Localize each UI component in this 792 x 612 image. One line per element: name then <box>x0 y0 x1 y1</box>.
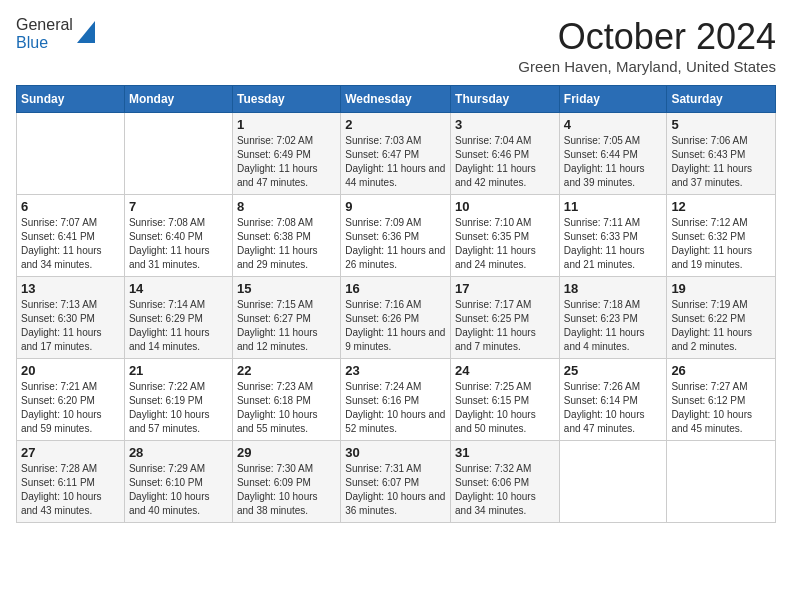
day-number: 20 <box>21 363 120 378</box>
day-number: 19 <box>671 281 771 296</box>
day-number: 23 <box>345 363 446 378</box>
day-number: 16 <box>345 281 446 296</box>
day-number: 28 <box>129 445 228 460</box>
logo: General Blue <box>16 16 95 52</box>
calendar-week-row: 20 Sunrise: 7:21 AMSunset: 6:20 PMDaylig… <box>17 359 776 441</box>
day-detail: Sunrise: 7:02 AMSunset: 6:49 PMDaylight:… <box>237 135 318 188</box>
day-number: 4 <box>564 117 663 132</box>
title-block: October 2024 Green Haven, Maryland, Unit… <box>518 16 776 75</box>
day-detail: Sunrise: 7:15 AMSunset: 6:27 PMDaylight:… <box>237 299 318 352</box>
weekday-header-saturday: Saturday <box>667 86 776 113</box>
day-number: 11 <box>564 199 663 214</box>
calendar-cell: 25 Sunrise: 7:26 AMSunset: 6:14 PMDaylig… <box>559 359 667 441</box>
day-number: 14 <box>129 281 228 296</box>
calendar-cell: 5 Sunrise: 7:06 AMSunset: 6:43 PMDayligh… <box>667 113 776 195</box>
day-number: 3 <box>455 117 555 132</box>
day-number: 27 <box>21 445 120 460</box>
calendar-week-row: 6 Sunrise: 7:07 AMSunset: 6:41 PMDayligh… <box>17 195 776 277</box>
calendar-cell: 24 Sunrise: 7:25 AMSunset: 6:15 PMDaylig… <box>451 359 560 441</box>
weekday-header-monday: Monday <box>124 86 232 113</box>
day-detail: Sunrise: 7:12 AMSunset: 6:32 PMDaylight:… <box>671 217 752 270</box>
weekday-header-sunday: Sunday <box>17 86 125 113</box>
day-number: 7 <box>129 199 228 214</box>
calendar-cell: 29 Sunrise: 7:30 AMSunset: 6:09 PMDaylig… <box>232 441 340 523</box>
calendar-cell: 22 Sunrise: 7:23 AMSunset: 6:18 PMDaylig… <box>232 359 340 441</box>
calendar-cell: 8 Sunrise: 7:08 AMSunset: 6:38 PMDayligh… <box>232 195 340 277</box>
calendar-cell: 19 Sunrise: 7:19 AMSunset: 6:22 PMDaylig… <box>667 277 776 359</box>
day-detail: Sunrise: 7:18 AMSunset: 6:23 PMDaylight:… <box>564 299 645 352</box>
calendar-cell: 21 Sunrise: 7:22 AMSunset: 6:19 PMDaylig… <box>124 359 232 441</box>
day-detail: Sunrise: 7:32 AMSunset: 6:06 PMDaylight:… <box>455 463 536 516</box>
day-number: 6 <box>21 199 120 214</box>
logo-general: General <box>16 16 73 33</box>
calendar-cell: 14 Sunrise: 7:14 AMSunset: 6:29 PMDaylig… <box>124 277 232 359</box>
weekday-header-tuesday: Tuesday <box>232 86 340 113</box>
day-detail: Sunrise: 7:03 AMSunset: 6:47 PMDaylight:… <box>345 135 445 188</box>
calendar-cell: 6 Sunrise: 7:07 AMSunset: 6:41 PMDayligh… <box>17 195 125 277</box>
calendar-cell: 20 Sunrise: 7:21 AMSunset: 6:20 PMDaylig… <box>17 359 125 441</box>
day-number: 18 <box>564 281 663 296</box>
day-detail: Sunrise: 7:24 AMSunset: 6:16 PMDaylight:… <box>345 381 445 434</box>
calendar-week-row: 27 Sunrise: 7:28 AMSunset: 6:11 PMDaylig… <box>17 441 776 523</box>
day-detail: Sunrise: 7:17 AMSunset: 6:25 PMDaylight:… <box>455 299 536 352</box>
page-header: General Blue October 2024 Green Haven, M… <box>16 16 776 75</box>
day-detail: Sunrise: 7:26 AMSunset: 6:14 PMDaylight:… <box>564 381 645 434</box>
day-detail: Sunrise: 7:13 AMSunset: 6:30 PMDaylight:… <box>21 299 102 352</box>
calendar-cell: 1 Sunrise: 7:02 AMSunset: 6:49 PMDayligh… <box>232 113 340 195</box>
logo-blue: Blue <box>16 34 48 51</box>
calendar-cell: 18 Sunrise: 7:18 AMSunset: 6:23 PMDaylig… <box>559 277 667 359</box>
calendar-cell <box>667 441 776 523</box>
day-detail: Sunrise: 7:04 AMSunset: 6:46 PMDaylight:… <box>455 135 536 188</box>
day-number: 12 <box>671 199 771 214</box>
day-number: 10 <box>455 199 555 214</box>
day-number: 21 <box>129 363 228 378</box>
calendar-cell <box>124 113 232 195</box>
calendar-cell: 15 Sunrise: 7:15 AMSunset: 6:27 PMDaylig… <box>232 277 340 359</box>
calendar-cell: 2 Sunrise: 7:03 AMSunset: 6:47 PMDayligh… <box>341 113 451 195</box>
calendar-cell: 28 Sunrise: 7:29 AMSunset: 6:10 PMDaylig… <box>124 441 232 523</box>
calendar-cell: 17 Sunrise: 7:17 AMSunset: 6:25 PMDaylig… <box>451 277 560 359</box>
day-detail: Sunrise: 7:25 AMSunset: 6:15 PMDaylight:… <box>455 381 536 434</box>
calendar-body: 1 Sunrise: 7:02 AMSunset: 6:49 PMDayligh… <box>17 113 776 523</box>
weekday-header-wednesday: Wednesday <box>341 86 451 113</box>
day-detail: Sunrise: 7:11 AMSunset: 6:33 PMDaylight:… <box>564 217 645 270</box>
calendar-cell: 16 Sunrise: 7:16 AMSunset: 6:26 PMDaylig… <box>341 277 451 359</box>
calendar-cell: 31 Sunrise: 7:32 AMSunset: 6:06 PMDaylig… <box>451 441 560 523</box>
calendar-cell: 3 Sunrise: 7:04 AMSunset: 6:46 PMDayligh… <box>451 113 560 195</box>
calendar-cell: 11 Sunrise: 7:11 AMSunset: 6:33 PMDaylig… <box>559 195 667 277</box>
calendar-cell: 7 Sunrise: 7:08 AMSunset: 6:40 PMDayligh… <box>124 195 232 277</box>
day-detail: Sunrise: 7:07 AMSunset: 6:41 PMDaylight:… <box>21 217 102 270</box>
day-number: 2 <box>345 117 446 132</box>
calendar-cell <box>17 113 125 195</box>
calendar-cell: 27 Sunrise: 7:28 AMSunset: 6:11 PMDaylig… <box>17 441 125 523</box>
calendar-cell: 26 Sunrise: 7:27 AMSunset: 6:12 PMDaylig… <box>667 359 776 441</box>
day-detail: Sunrise: 7:23 AMSunset: 6:18 PMDaylight:… <box>237 381 318 434</box>
calendar-table: SundayMondayTuesdayWednesdayThursdayFrid… <box>16 85 776 523</box>
calendar-cell <box>559 441 667 523</box>
day-detail: Sunrise: 7:21 AMSunset: 6:20 PMDaylight:… <box>21 381 102 434</box>
day-number: 5 <box>671 117 771 132</box>
day-detail: Sunrise: 7:27 AMSunset: 6:12 PMDaylight:… <box>671 381 752 434</box>
day-number: 22 <box>237 363 336 378</box>
calendar-week-row: 1 Sunrise: 7:02 AMSunset: 6:49 PMDayligh… <box>17 113 776 195</box>
calendar-cell: 23 Sunrise: 7:24 AMSunset: 6:16 PMDaylig… <box>341 359 451 441</box>
day-number: 25 <box>564 363 663 378</box>
location-label: Green Haven, Maryland, United States <box>518 58 776 75</box>
day-detail: Sunrise: 7:16 AMSunset: 6:26 PMDaylight:… <box>345 299 445 352</box>
day-number: 24 <box>455 363 555 378</box>
weekday-header-friday: Friday <box>559 86 667 113</box>
day-number: 13 <box>21 281 120 296</box>
calendar-cell: 12 Sunrise: 7:12 AMSunset: 6:32 PMDaylig… <box>667 195 776 277</box>
calendar-cell: 10 Sunrise: 7:10 AMSunset: 6:35 PMDaylig… <box>451 195 560 277</box>
day-detail: Sunrise: 7:06 AMSunset: 6:43 PMDaylight:… <box>671 135 752 188</box>
weekday-header-thursday: Thursday <box>451 86 560 113</box>
day-detail: Sunrise: 7:05 AMSunset: 6:44 PMDaylight:… <box>564 135 645 188</box>
day-detail: Sunrise: 7:31 AMSunset: 6:07 PMDaylight:… <box>345 463 445 516</box>
day-detail: Sunrise: 7:28 AMSunset: 6:11 PMDaylight:… <box>21 463 102 516</box>
calendar-cell: 9 Sunrise: 7:09 AMSunset: 6:36 PMDayligh… <box>341 195 451 277</box>
day-number: 15 <box>237 281 336 296</box>
day-number: 31 <box>455 445 555 460</box>
calendar-week-row: 13 Sunrise: 7:13 AMSunset: 6:30 PMDaylig… <box>17 277 776 359</box>
day-detail: Sunrise: 7:22 AMSunset: 6:19 PMDaylight:… <box>129 381 210 434</box>
calendar-cell: 13 Sunrise: 7:13 AMSunset: 6:30 PMDaylig… <box>17 277 125 359</box>
